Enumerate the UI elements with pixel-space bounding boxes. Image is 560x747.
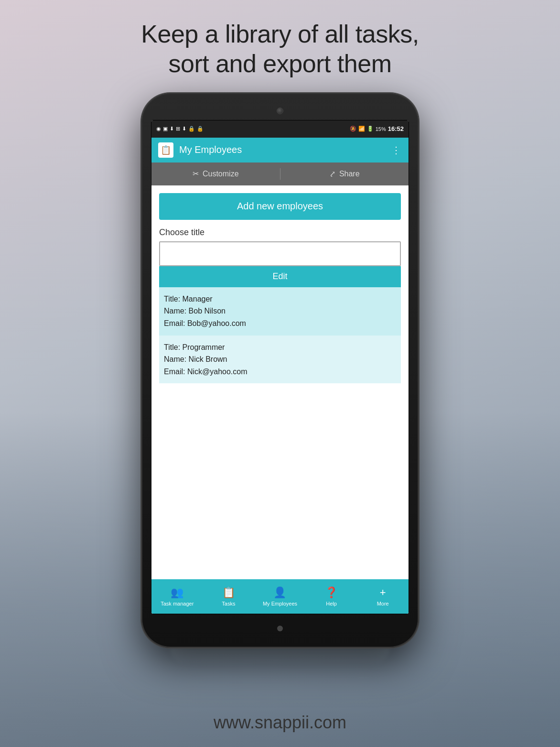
employee-1-email: Email: Bob@yahoo.com — [164, 317, 396, 330]
more-icon: + — [380, 586, 386, 599]
choose-title-label: Choose title — [159, 227, 401, 238]
nav-item-task-manager[interactable]: 👥 Task manager — [151, 586, 203, 606]
share-label: Share — [339, 170, 360, 178]
app-bar: 📋 My Employees ⋮ — [151, 138, 409, 162]
screen: ◉ ▣ ⬇ ⊞ ⬇ 🔒 🔒 🔕 📶 🔋 15% 16:52 📋 My Emplo… — [151, 120, 409, 614]
share-icon: ⤤ — [329, 169, 335, 178]
dl2-icon: ⬇ — [182, 126, 186, 132]
nav-item-help[interactable]: ❓ Help — [306, 586, 357, 606]
battery-icon: 🔋 — [367, 126, 374, 132]
home-area — [277, 619, 283, 638]
headline-line1: Keep a library of all tasks, — [141, 20, 419, 48]
task-manager-icon: 👥 — [171, 586, 183, 599]
footer-url: www.snappii.com — [214, 713, 346, 747]
lock2-icon: 🔒 — [197, 126, 204, 132]
employee-2-title: Title: Programmer — [164, 341, 396, 354]
headline: Keep a library of all tasks, sort and ex… — [141, 19, 419, 79]
camera-area — [151, 108, 409, 114]
employee-2-name: Name: Nick Brown — [164, 353, 396, 366]
overflow-menu-icon[interactable]: ⋮ — [391, 144, 402, 156]
bottom-nav: 👥 Task manager 📋 Tasks 👤 My Employees ❓ … — [151, 579, 409, 614]
tasks-icon: 📋 — [222, 586, 235, 599]
help-label: Help — [326, 601, 337, 606]
location-icon: ◉ — [156, 126, 161, 132]
status-icons-right: 🔕 📶 🔋 15% 16:52 — [350, 125, 404, 132]
my-employees-label: My Employees — [263, 601, 297, 606]
employee-list: Title: Manager Name: Bob Nilson Email: B… — [159, 287, 401, 572]
home-dot — [277, 626, 283, 631]
help-icon: ❓ — [325, 586, 338, 599]
tasks-label: Tasks — [222, 601, 235, 606]
mute-icon: 🔕 — [350, 126, 356, 132]
device-reflection — [170, 647, 390, 666]
nav-item-tasks[interactable]: 📋 Tasks — [203, 586, 255, 606]
edit-button[interactable]: Edit — [159, 266, 401, 287]
customize-label: Customize — [203, 170, 239, 178]
main-content: Add new employees Choose title Edit Titl… — [151, 185, 409, 579]
customize-button[interactable]: ✂ Customize — [151, 169, 280, 178]
dl-icon: ⬇ — [170, 126, 174, 132]
title-input[interactable] — [159, 241, 401, 266]
wifi-icon: 📶 — [358, 126, 365, 132]
add-new-employees-button[interactable]: Add new employees — [159, 193, 401, 220]
share-button[interactable]: ⤤ Share — [280, 169, 409, 178]
status-icons-left: ◉ ▣ ⬇ ⊞ ⬇ 🔒 🔒 — [156, 126, 204, 132]
toolbar: ✂ Customize ⤤ Share — [151, 162, 409, 185]
clock: 16:52 — [388, 125, 404, 132]
employee-2-email: Email: Nick@yahoo.com — [164, 366, 396, 378]
employee-1-title: Title: Manager — [164, 293, 396, 305]
battery-pct: 15% — [376, 126, 386, 132]
camera-dot — [277, 108, 283, 114]
lock1-icon: 🔒 — [188, 126, 195, 132]
employee-item-2[interactable]: Title: Programmer Name: Nick Brown Email… — [159, 336, 401, 384]
status-bar: ◉ ▣ ⬇ ⊞ ⬇ 🔒 🔒 🔕 📶 🔋 15% 16:52 — [151, 120, 409, 138]
grid-icon: ⊞ — [176, 126, 180, 132]
my-employees-icon: 👤 — [273, 586, 286, 599]
nav-item-my-employees[interactable]: 👤 My Employees — [254, 586, 306, 606]
employee-1-name: Name: Bob Nilson — [164, 305, 396, 317]
headline-line2: sort and export them — [169, 50, 392, 77]
device: ◉ ▣ ⬇ ⊞ ⬇ 🔒 🔒 🔕 📶 🔋 15% 16:52 📋 My Emplo… — [141, 93, 419, 648]
sq-icon: ▣ — [163, 126, 168, 132]
nav-item-more[interactable]: + More — [357, 586, 409, 606]
employee-item-1[interactable]: Title: Manager Name: Bob Nilson Email: B… — [159, 287, 401, 336]
task-manager-label: Task manager — [161, 601, 194, 606]
more-label: More — [377, 601, 389, 606]
app-bar-title: My Employees — [179, 144, 391, 155]
customize-icon: ✂ — [193, 169, 199, 178]
app-bar-app-icon: 📋 — [158, 142, 173, 158]
